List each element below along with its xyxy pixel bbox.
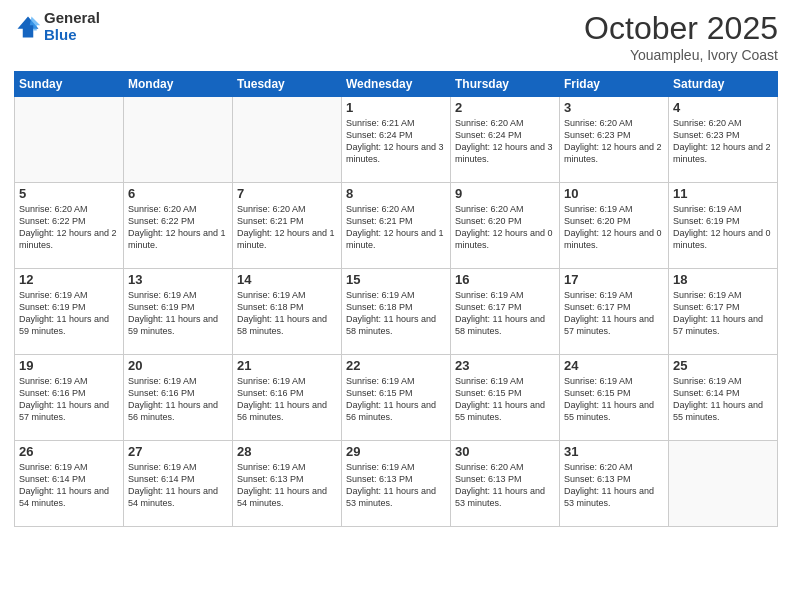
- day-number: 1: [346, 100, 446, 115]
- day-number: 8: [346, 186, 446, 201]
- col-saturday: Saturday: [669, 72, 778, 97]
- day-number: 10: [564, 186, 664, 201]
- day-number: 28: [237, 444, 337, 459]
- day-info: Sunrise: 6:20 AMSunset: 6:22 PMDaylight:…: [128, 203, 228, 252]
- col-wednesday: Wednesday: [342, 72, 451, 97]
- header-row: Sunday Monday Tuesday Wednesday Thursday…: [15, 72, 778, 97]
- table-row: 14Sunrise: 6:19 AMSunset: 6:18 PMDayligh…: [233, 269, 342, 355]
- day-info: Sunrise: 6:19 AMSunset: 6:16 PMDaylight:…: [237, 375, 337, 424]
- table-row: 31Sunrise: 6:20 AMSunset: 6:13 PMDayligh…: [560, 441, 669, 527]
- day-info: Sunrise: 6:19 AMSunset: 6:17 PMDaylight:…: [673, 289, 773, 338]
- day-info: Sunrise: 6:19 AMSunset: 6:13 PMDaylight:…: [237, 461, 337, 510]
- day-number: 12: [19, 272, 119, 287]
- day-info: Sunrise: 6:19 AMSunset: 6:15 PMDaylight:…: [455, 375, 555, 424]
- day-info: Sunrise: 6:20 AMSunset: 6:21 PMDaylight:…: [237, 203, 337, 252]
- table-row: 9Sunrise: 6:20 AMSunset: 6:20 PMDaylight…: [451, 183, 560, 269]
- calendar-week-row: 1Sunrise: 6:21 AMSunset: 6:24 PMDaylight…: [15, 97, 778, 183]
- table-row: 10Sunrise: 6:19 AMSunset: 6:20 PMDayligh…: [560, 183, 669, 269]
- col-monday: Monday: [124, 72, 233, 97]
- logo-icon: [14, 13, 42, 41]
- table-row: 17Sunrise: 6:19 AMSunset: 6:17 PMDayligh…: [560, 269, 669, 355]
- day-number: 19: [19, 358, 119, 373]
- calendar-week-row: 19Sunrise: 6:19 AMSunset: 6:16 PMDayligh…: [15, 355, 778, 441]
- table-row: 24Sunrise: 6:19 AMSunset: 6:15 PMDayligh…: [560, 355, 669, 441]
- day-number: 24: [564, 358, 664, 373]
- table-row: 20Sunrise: 6:19 AMSunset: 6:16 PMDayligh…: [124, 355, 233, 441]
- table-row: [233, 97, 342, 183]
- day-number: 17: [564, 272, 664, 287]
- table-row: 29Sunrise: 6:19 AMSunset: 6:13 PMDayligh…: [342, 441, 451, 527]
- day-number: 15: [346, 272, 446, 287]
- day-info: Sunrise: 6:19 AMSunset: 6:14 PMDaylight:…: [128, 461, 228, 510]
- day-number: 6: [128, 186, 228, 201]
- calendar-body: 1Sunrise: 6:21 AMSunset: 6:24 PMDaylight…: [15, 97, 778, 527]
- calendar-week-row: 26Sunrise: 6:19 AMSunset: 6:14 PMDayligh…: [15, 441, 778, 527]
- table-row: 16Sunrise: 6:19 AMSunset: 6:17 PMDayligh…: [451, 269, 560, 355]
- day-number: 16: [455, 272, 555, 287]
- day-info: Sunrise: 6:20 AMSunset: 6:23 PMDaylight:…: [673, 117, 773, 166]
- table-row: 4Sunrise: 6:20 AMSunset: 6:23 PMDaylight…: [669, 97, 778, 183]
- table-row: 30Sunrise: 6:20 AMSunset: 6:13 PMDayligh…: [451, 441, 560, 527]
- table-row: 21Sunrise: 6:19 AMSunset: 6:16 PMDayligh…: [233, 355, 342, 441]
- table-row: 1Sunrise: 6:21 AMSunset: 6:24 PMDaylight…: [342, 97, 451, 183]
- title-location: Youampleu, Ivory Coast: [584, 47, 778, 63]
- day-info: Sunrise: 6:19 AMSunset: 6:15 PMDaylight:…: [564, 375, 664, 424]
- day-number: 13: [128, 272, 228, 287]
- calendar-header: Sunday Monday Tuesday Wednesday Thursday…: [15, 72, 778, 97]
- day-number: 11: [673, 186, 773, 201]
- logo-general-text: General: [44, 10, 100, 27]
- col-tuesday: Tuesday: [233, 72, 342, 97]
- day-info: Sunrise: 6:19 AMSunset: 6:13 PMDaylight:…: [346, 461, 446, 510]
- col-friday: Friday: [560, 72, 669, 97]
- day-info: Sunrise: 6:19 AMSunset: 6:19 PMDaylight:…: [673, 203, 773, 252]
- table-row: 19Sunrise: 6:19 AMSunset: 6:16 PMDayligh…: [15, 355, 124, 441]
- col-thursday: Thursday: [451, 72, 560, 97]
- day-info: Sunrise: 6:20 AMSunset: 6:13 PMDaylight:…: [455, 461, 555, 510]
- day-number: 5: [19, 186, 119, 201]
- logo-blue-text: Blue: [44, 27, 100, 44]
- logo: General Blue: [14, 10, 100, 43]
- table-row: 5Sunrise: 6:20 AMSunset: 6:22 PMDaylight…: [15, 183, 124, 269]
- day-info: Sunrise: 6:19 AMSunset: 6:16 PMDaylight:…: [128, 375, 228, 424]
- table-row: 28Sunrise: 6:19 AMSunset: 6:13 PMDayligh…: [233, 441, 342, 527]
- table-row: 25Sunrise: 6:19 AMSunset: 6:14 PMDayligh…: [669, 355, 778, 441]
- table-row: 11Sunrise: 6:19 AMSunset: 6:19 PMDayligh…: [669, 183, 778, 269]
- day-number: 26: [19, 444, 119, 459]
- logo-text: General Blue: [44, 10, 100, 43]
- table-row: [15, 97, 124, 183]
- day-number: 4: [673, 100, 773, 115]
- day-number: 22: [346, 358, 446, 373]
- table-row: 8Sunrise: 6:20 AMSunset: 6:21 PMDaylight…: [342, 183, 451, 269]
- day-number: 29: [346, 444, 446, 459]
- table-row: 27Sunrise: 6:19 AMSunset: 6:14 PMDayligh…: [124, 441, 233, 527]
- day-number: 3: [564, 100, 664, 115]
- day-info: Sunrise: 6:19 AMSunset: 6:17 PMDaylight:…: [564, 289, 664, 338]
- table-row: 6Sunrise: 6:20 AMSunset: 6:22 PMDaylight…: [124, 183, 233, 269]
- day-info: Sunrise: 6:19 AMSunset: 6:15 PMDaylight:…: [346, 375, 446, 424]
- day-number: 20: [128, 358, 228, 373]
- day-number: 14: [237, 272, 337, 287]
- title-block: October 2025 Youampleu, Ivory Coast: [584, 10, 778, 63]
- table-row: 23Sunrise: 6:19 AMSunset: 6:15 PMDayligh…: [451, 355, 560, 441]
- day-info: Sunrise: 6:19 AMSunset: 6:18 PMDaylight:…: [237, 289, 337, 338]
- day-info: Sunrise: 6:19 AMSunset: 6:17 PMDaylight:…: [455, 289, 555, 338]
- day-info: Sunrise: 6:19 AMSunset: 6:19 PMDaylight:…: [19, 289, 119, 338]
- day-number: 23: [455, 358, 555, 373]
- day-number: 18: [673, 272, 773, 287]
- table-row: 7Sunrise: 6:20 AMSunset: 6:21 PMDaylight…: [233, 183, 342, 269]
- day-info: Sunrise: 6:19 AMSunset: 6:20 PMDaylight:…: [564, 203, 664, 252]
- calendar-week-row: 12Sunrise: 6:19 AMSunset: 6:19 PMDayligh…: [15, 269, 778, 355]
- table-row: 12Sunrise: 6:19 AMSunset: 6:19 PMDayligh…: [15, 269, 124, 355]
- table-row: 15Sunrise: 6:19 AMSunset: 6:18 PMDayligh…: [342, 269, 451, 355]
- day-info: Sunrise: 6:19 AMSunset: 6:18 PMDaylight:…: [346, 289, 446, 338]
- page: General Blue October 2025 Youampleu, Ivo…: [0, 0, 792, 612]
- table-row: 13Sunrise: 6:19 AMSunset: 6:19 PMDayligh…: [124, 269, 233, 355]
- day-number: 9: [455, 186, 555, 201]
- table-row: [124, 97, 233, 183]
- day-info: Sunrise: 6:21 AMSunset: 6:24 PMDaylight:…: [346, 117, 446, 166]
- day-info: Sunrise: 6:19 AMSunset: 6:19 PMDaylight:…: [128, 289, 228, 338]
- day-number: 7: [237, 186, 337, 201]
- day-number: 25: [673, 358, 773, 373]
- header: General Blue October 2025 Youampleu, Ivo…: [14, 10, 778, 63]
- title-month: October 2025: [584, 10, 778, 47]
